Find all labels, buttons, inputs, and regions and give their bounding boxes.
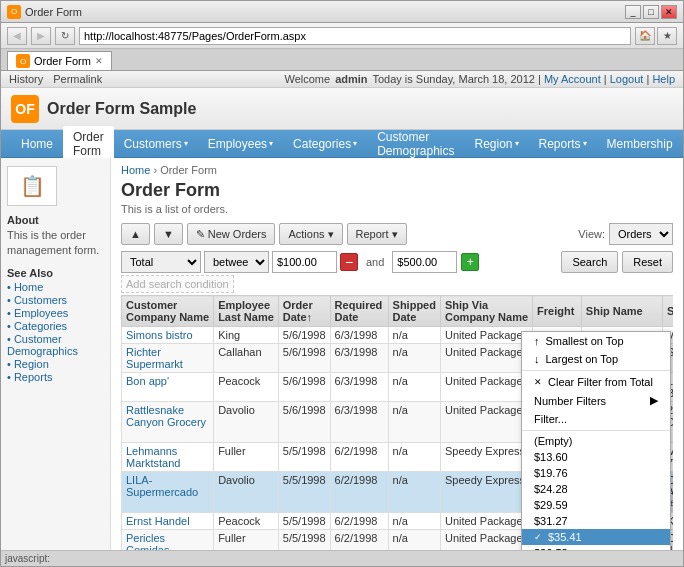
nav-item-region[interactable]: Region ▾ [465,133,529,155]
search-remove-button[interactable]: − [340,253,358,271]
sort-asc-icon: ↑ [534,335,540,347]
company-link[interactable]: Pericles Comidas clásicas [126,532,169,550]
company-link[interactable]: Simons bistro [126,329,193,341]
nav-item-customer-demographics[interactable]: Customer Demographics [367,126,464,162]
refresh-button[interactable]: ↻ [55,27,75,45]
search-value1-input[interactable] [272,251,337,273]
table-cell[interactable]: Bon app' [122,373,214,402]
actions-button[interactable]: Actions ▾ [279,223,342,245]
logout-link[interactable]: Logout [610,73,644,85]
search-value2-input[interactable] [392,251,457,273]
table-cell[interactable]: Richter Supermarkt [122,344,214,373]
help-link[interactable]: Help [652,73,675,85]
close-button[interactable]: ✕ [661,5,677,19]
filter-value-item[interactable]: $13.60 [522,449,670,465]
sidebar-link-customer-demographics[interactable]: Customer Demographics [7,333,104,357]
back-button[interactable]: ◀ [7,27,27,45]
nav-item-customers[interactable]: Customers ▾ [114,133,198,155]
filter-value-item[interactable]: $31.27 [522,513,670,529]
employees-dropdown-arrow: ▾ [269,139,273,148]
report-button[interactable]: Report ▾ [347,223,407,245]
clear-filter-item[interactable]: ✕ Clear Filter from Total [522,373,670,391]
filter-item[interactable]: Filter... [522,410,670,428]
sidebar-icon-section: 📋 [7,166,104,206]
column-filter-dropdown: ↑ Smallest on Top ↓ Largest on Top ✕ Cle… [521,331,671,550]
sidebar-link-reports[interactable]: Reports [7,371,104,383]
filter-value-item[interactable]: (Empty) [522,433,670,449]
table-cell[interactable]: Simons bistro [122,327,214,344]
table-cell[interactable]: Rattlesnake Canyon Grocery [122,402,214,443]
nav-item-categories[interactable]: Categories ▾ [283,133,367,155]
nav-item-reports[interactable]: Reports ▾ [529,133,597,155]
nav-item-order-form[interactable]: Order Form [63,126,114,162]
reset-button[interactable]: Reset [622,251,673,273]
breadcrumb-home[interactable]: Home [121,164,150,176]
breadcrumb-page: Order Form [160,164,217,176]
sidebar-link-customers[interactable]: Customers [7,294,104,306]
tab-close-button[interactable]: ✕ [95,56,103,66]
table-cell: Fuller [214,443,279,472]
sidebar-link-home[interactable]: Home [7,281,104,293]
company-link[interactable]: Lehmanns Marktstand [126,445,180,469]
sidebar-link-employees[interactable]: Employees [7,307,104,319]
add-condition-text[interactable]: Add search condition [121,275,234,293]
filter-value-item[interactable]: $24.28 [522,481,670,497]
page-title: Order Form [121,180,673,201]
clear-filter-icon: ✕ [534,377,542,387]
browser-tab-order-form[interactable]: O Order Form ✕ [7,51,112,70]
sidebar-about-text: This is the order management form. [7,228,104,259]
filter-value-item[interactable]: $36.53 [522,545,670,550]
nav-item-membership[interactable]: Membership [597,133,683,155]
nav-bar: ◀ ▶ ↻ 🏠 ★ [1,23,683,49]
table-cell[interactable]: LILA-Supermercado [122,472,214,513]
sidebar-link-region[interactable]: Region [7,358,104,370]
table-cell: n/a [388,472,440,513]
sidebar-about-title: About [7,214,104,226]
view-select[interactable]: Orders [609,223,673,245]
filter-value-item[interactable]: $19.76 [522,465,670,481]
sort-smallest-label: Smallest on Top [546,335,624,347]
table-cell: United Package [440,327,532,344]
table-cell: 6/2/1998 [330,472,388,513]
table-cell[interactable]: Lehmanns Marktstand [122,443,214,472]
company-link[interactable]: Richter Supermarkt [126,346,183,370]
new-orders-button[interactable]: ✎ New Orders [187,223,276,245]
table-cell[interactable]: Ernst Handel [122,513,214,530]
maximize-button[interactable]: □ [643,5,659,19]
sidebar: 📋 About This is the order management for… [1,158,111,550]
minimize-button[interactable]: _ [625,5,641,19]
col-ship-name: Ship Name [581,296,662,327]
filter-value-item[interactable]: ✓ $35.41 [522,529,670,545]
home-nav-button[interactable]: 🏠 [635,27,655,45]
permalink-link[interactable]: Permalink [53,73,102,85]
table-cell: Speedy Express [440,443,532,472]
number-filters-item[interactable]: Number Filters ▶ [522,391,670,410]
sort-smallest-top[interactable]: ↑ Smallest on Top [522,332,670,350]
table-cell[interactable]: Pericles Comidas clásicas [122,530,214,551]
sort-up-button[interactable]: ▲ [121,223,150,245]
table-cell: 6/2/1998 [330,513,388,530]
sort-down-button[interactable]: ▼ [154,223,183,245]
breadcrumb: Home › Order Form [121,164,673,176]
company-link[interactable]: LILA-Supermercado [126,474,198,498]
search-and-label: and [366,256,384,268]
history-link[interactable]: History [9,73,43,85]
my-account-link[interactable]: My Account [544,73,601,85]
sidebar-about-section: About This is the order management form. [7,214,104,259]
company-link[interactable]: Rattlesnake Canyon Grocery [126,404,206,428]
sort-largest-top[interactable]: ↓ Largest on Top [522,350,670,368]
search-operator-select[interactable]: between [204,251,269,273]
company-link[interactable]: Bon app' [126,375,169,387]
search-field-select[interactable]: Total [121,251,201,273]
col-ship-via: Ship ViaCompany Name [440,296,532,327]
sidebar-link-categories[interactable]: Categories [7,320,104,332]
search-button[interactable]: Search [561,251,618,273]
address-bar[interactable] [79,27,631,45]
nav-item-employees[interactable]: Employees ▾ [198,133,283,155]
company-link[interactable]: Ernst Handel [126,515,190,527]
star-button[interactable]: ★ [657,27,677,45]
search-add-value-button[interactable]: + [461,253,479,271]
filter-value-item[interactable]: $29.59 [522,497,670,513]
forward-button[interactable]: ▶ [31,27,51,45]
nav-item-home[interactable]: Home [11,133,63,155]
